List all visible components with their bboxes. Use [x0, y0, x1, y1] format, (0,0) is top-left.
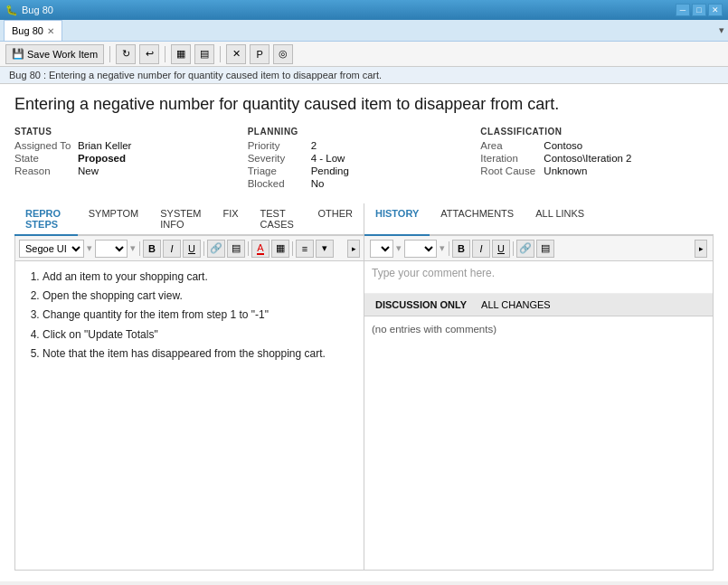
reason-value: New	[78, 165, 99, 176]
priority-value: 2	[311, 140, 317, 151]
tab-fix[interactable]: FIX	[212, 203, 249, 236]
refresh-button[interactable]: ↻	[116, 44, 136, 64]
state-value: Proposed	[78, 153, 126, 164]
main-content: Entering a negative number for quantity …	[0, 84, 728, 581]
tab-system-info[interactable]: SYSTEM INFO	[149, 203, 212, 236]
tab-symptom[interactable]: SYMPTOM	[78, 203, 149, 236]
font-size-select[interactable]	[95, 240, 128, 258]
assigned-to-value: Brian Keller	[78, 140, 131, 151]
status-header: STATUS	[14, 127, 230, 137]
align-button[interactable]: ≡	[296, 240, 314, 258]
classification-header: CLASSIFICATION	[480, 127, 695, 137]
field-priority: Priority 2	[248, 140, 463, 151]
link-button[interactable]: ▤	[194, 44, 214, 64]
assigned-to-label: Assigned To	[14, 140, 78, 151]
attach-button[interactable]: ▦	[171, 44, 191, 64]
planning-section: PLANNING Priority 2 Severity 4 - Low Tri…	[248, 127, 481, 191]
severity-value: 4 - Low	[311, 153, 345, 164]
breadcrumb: Bug 80 : Entering a negative number for …	[0, 67, 728, 84]
font-color-button[interactable]: A	[251, 240, 269, 258]
tab-close-icon[interactable]: ✕	[47, 26, 54, 36]
editor-panels: Segoe UI ▾ ▾ B I U 🔗 ▤ A ▦ ≡ ▾	[14, 236, 714, 571]
tab-bar: Bug 80 ✕ ▾	[0, 20, 728, 42]
history-content: (no entries with comments)	[364, 316, 713, 570]
reason-label: Reason	[14, 165, 78, 176]
right-toolbar-scroll[interactable]: ▸	[695, 240, 707, 258]
field-reason: Reason New	[14, 165, 230, 176]
history-filter-bar: DISCUSSION ONLY ALL CHANGES	[364, 294, 713, 316]
right-hyperlink-button[interactable]: 🔗	[516, 240, 534, 258]
right-font-select[interactable]	[370, 240, 393, 258]
planning-header: PLANNING	[248, 127, 463, 137]
right-italic-button[interactable]: I	[472, 240, 490, 258]
image-button[interactable]: ▤	[227, 240, 245, 258]
restore-button[interactable]: □	[692, 4, 706, 16]
close-button[interactable]: ✕	[708, 4, 723, 16]
comment-input[interactable]: Type your comment here.	[364, 261, 713, 294]
fmt-sep-1	[139, 241, 140, 256]
repro-step-4: Click on "Update Totals"	[43, 326, 355, 344]
right-tabs: HISTORY ATTACHMENTS ALL LINKS	[364, 203, 714, 236]
more-format-button[interactable]: ▾	[316, 240, 334, 258]
tab-test-cases[interactable]: TEST CASES	[250, 203, 307, 236]
repro-step-2: Open the shopping cart view.	[43, 288, 355, 305]
toolbar-separator-2	[165, 46, 165, 62]
right-image-button[interactable]: ▤	[536, 240, 554, 258]
field-area: Area Contoso	[480, 140, 695, 151]
undo-button[interactable]: ↩	[139, 44, 159, 64]
right-underline-button[interactable]: U	[492, 240, 510, 258]
minimize-button[interactable]: ─	[676, 4, 690, 16]
tab-scroll-arrow[interactable]: ▾	[719, 24, 728, 36]
font-family-select[interactable]: Segoe UI	[19, 240, 84, 258]
toolbar-scroll-right[interactable]: ▸	[347, 240, 360, 258]
tab-history[interactable]: HISTORY	[364, 203, 430, 236]
p-button[interactable]: P	[250, 44, 269, 64]
fmt-sep-2	[203, 241, 204, 256]
root-cause-label: Root Cause	[480, 165, 544, 176]
bold-button[interactable]: B	[143, 240, 161, 258]
discussion-only-tab[interactable]: DISCUSSION ONLY	[372, 297, 470, 312]
classification-section: CLASSIFICATION Area Contoso Iteration Co…	[480, 127, 714, 191]
underline-button[interactable]: U	[183, 240, 201, 258]
italic-button[interactable]: I	[163, 240, 181, 258]
save-work-item-button[interactable]: 💾 Save Work Item	[5, 44, 104, 64]
toolbar-separator	[109, 46, 110, 62]
severity-label: Severity	[248, 153, 311, 164]
circle-button[interactable]: ◎	[273, 44, 293, 64]
field-iteration: Iteration Contoso\Iteration 2	[480, 153, 695, 164]
left-panel: Segoe UI ▾ ▾ B I U 🔗 ▤ A ▦ ≡ ▾	[15, 236, 364, 570]
repro-step-3: Change quantity for the item from step 1…	[43, 307, 355, 324]
state-label: State	[14, 153, 78, 164]
font-dropdown-arrow: ▾	[87, 242, 92, 254]
priority-label: Priority	[248, 140, 311, 151]
content-tab-bar: REPRO STEPS SYMPTOM SYSTEM INFO FIX TEST…	[14, 203, 714, 236]
tab-repro-steps[interactable]: REPRO STEPS	[14, 203, 78, 236]
comment-placeholder: Type your comment here.	[372, 267, 495, 279]
status-section: STATUS Assigned To Brian Keller State Pr…	[14, 127, 248, 191]
hyperlink-button[interactable]: 🔗	[207, 240, 225, 258]
tab-bug80[interactable]: Bug 80 ✕	[4, 20, 62, 41]
right-font-arrow: ▾	[396, 242, 402, 254]
toolbar: 💾 Save Work Item ↻ ↩ ▦ ▤ ✕ P ◎	[0, 42, 728, 67]
area-label: Area	[480, 140, 544, 151]
toolbar-separator-3	[220, 46, 221, 62]
tab-all-links[interactable]: ALL LINKS	[525, 203, 595, 236]
flag-button[interactable]: ✕	[226, 44, 246, 64]
editor-toolbar: Segoe UI ▾ ▾ B I U 🔗 ▤ A ▦ ≡ ▾	[15, 236, 364, 261]
blocked-label: Blocked	[248, 178, 311, 189]
repro-step-1: Add an item to your shopping cart.	[43, 269, 355, 286]
editor-content[interactable]: Add an item to your shopping cart. Open …	[15, 261, 364, 570]
right-size-arrow: ▾	[440, 242, 445, 254]
window-icon: 🐛	[5, 5, 18, 16]
tab-attachments[interactable]: ATTACHMENTS	[430, 203, 525, 236]
field-blocked: Blocked No	[248, 178, 463, 189]
highlight-button[interactable]: ▦	[271, 240, 289, 258]
triage-label: Triage	[248, 165, 311, 176]
save-icon: 💾	[12, 48, 24, 60]
field-assigned-to: Assigned To Brian Keller	[14, 140, 230, 151]
right-size-select[interactable]	[404, 240, 437, 258]
all-changes-tab[interactable]: ALL CHANGES	[477, 297, 554, 312]
tab-other[interactable]: OTHER	[307, 203, 364, 236]
size-dropdown-arrow: ▾	[130, 242, 136, 254]
right-bold-button[interactable]: B	[452, 240, 470, 258]
